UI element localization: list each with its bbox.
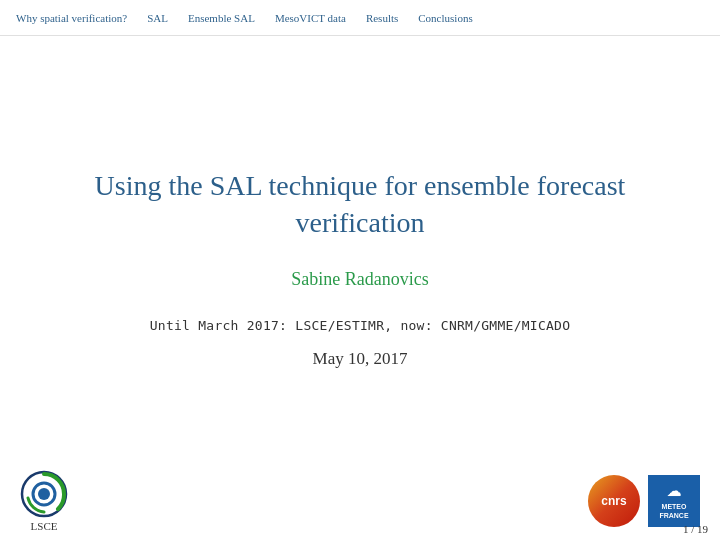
lsce-logo-icon (20, 470, 68, 518)
nav-item-results[interactable]: Results (356, 12, 408, 24)
nav-item-why-spatial[interactable]: Why spatial verification? (16, 12, 137, 24)
slide-title-line2: verification (295, 207, 424, 238)
slide-title-line1: Using the SAL technique for ensemble for… (95, 170, 626, 201)
nav-item-ensemble-sal[interactable]: Ensemble SAL (178, 12, 265, 24)
page-total: 19 (697, 523, 708, 535)
meteo-france-logo: ☁ METEO FRANCE (648, 475, 700, 527)
meteo-line1: METEO (662, 502, 687, 511)
bottom-logos-bar: LSCE cnrs ☁ METEO FRANCE (0, 461, 720, 541)
slide-affiliation: Until March 2017: LSCE/ESTIMR, now: CNRM… (150, 318, 571, 333)
cnrs-logo: cnrs (588, 475, 640, 527)
lsce-label: LSCE (31, 520, 58, 532)
page-number: 1 / 19 (683, 523, 708, 535)
cnrs-label: cnrs (601, 494, 626, 508)
navigation-bar: Why spatial verification? SAL Ensemble S… (0, 0, 720, 36)
lsce-logo: LSCE (20, 470, 68, 532)
meteo-line2: FRANCE (659, 511, 688, 520)
page-separator: / (691, 523, 694, 535)
meteo-icon: ☁ (667, 482, 681, 500)
slide-title: Using the SAL technique for ensemble for… (95, 168, 626, 241)
right-logos-container: cnrs ☁ METEO FRANCE (588, 475, 700, 527)
slide-author: Sabine Radanovics (291, 269, 428, 290)
nav-item-mesovict[interactable]: MesoVICT data (265, 12, 356, 24)
nav-item-sal[interactable]: SAL (137, 12, 178, 24)
nav-item-conclusions[interactable]: Conclusions (408, 12, 482, 24)
slide-content: Using the SAL technique for ensemble for… (0, 36, 720, 501)
svg-point-2 (38, 488, 50, 500)
page-current: 1 (683, 523, 689, 535)
slide-date: May 10, 2017 (313, 349, 408, 369)
